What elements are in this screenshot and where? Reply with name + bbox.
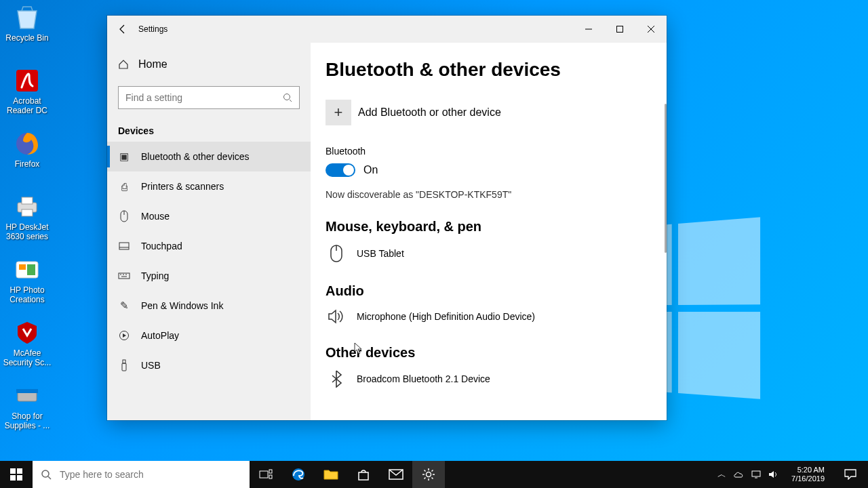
bluetooth-toggle[interactable] <box>326 163 355 177</box>
nav-label: Pen & Windows Ink <box>141 300 223 311</box>
scrollbar[interactable] <box>665 104 667 253</box>
desktop-icon-shop-supplies[interactable]: Shop for Supplies - ... <box>1 381 53 431</box>
keyboard-icon <box>118 272 130 279</box>
svg-rect-33 <box>17 475 22 481</box>
tray-network-icon[interactable] <box>751 470 762 479</box>
taskbar-file-explorer[interactable] <box>315 461 347 488</box>
desktop-icon-firefox[interactable]: Firefox <box>1 129 53 169</box>
svg-rect-31 <box>17 468 22 474</box>
svg-rect-32 <box>10 475 16 481</box>
taskbar-mail[interactable] <box>380 461 412 488</box>
desktop-icon-acrobat[interactable]: Acrobat Reader DC <box>1 66 53 116</box>
touchpad-icon <box>118 242 130 250</box>
bluetooth-label: Bluetooth <box>326 146 667 157</box>
svg-rect-9 <box>16 389 38 393</box>
desktop-icon-label: HP DeskJet 3630 series <box>1 223 53 242</box>
group-audio: Audio <box>326 283 667 299</box>
clock-time: 5:20 AM <box>791 466 825 474</box>
nav-autoplay[interactable]: AutoPlay <box>107 321 311 350</box>
bluetooth-state: On <box>363 164 378 176</box>
printer-icon: ⎙ <box>118 181 130 192</box>
printer-icon <box>12 192 42 222</box>
sidebar-section-title: Devices <box>107 116 311 142</box>
add-device-button[interactable]: + Add Bluetooth or other device <box>326 100 667 125</box>
window-title: Settings <box>138 24 167 34</box>
svg-rect-7 <box>27 264 35 275</box>
taskbar-search[interactable] <box>33 461 250 488</box>
nav-bluetooth[interactable]: ▣ Bluetooth & other devices <box>107 142 311 171</box>
settings-search[interactable] <box>118 86 300 109</box>
task-view-button[interactable] <box>250 461 282 488</box>
svg-rect-30 <box>10 468 16 474</box>
clock-date: 7/16/2019 <box>791 474 825 483</box>
svg-rect-8 <box>18 392 37 401</box>
svg-rect-6 <box>19 264 26 270</box>
search-icon <box>283 93 292 102</box>
desktop-icon-hp-deskjet[interactable]: HP DeskJet 3630 series <box>1 192 53 242</box>
nav-usb[interactable]: USB <box>107 350 311 380</box>
acrobat-icon <box>12 66 42 96</box>
mouse-icon <box>327 244 346 263</box>
device-usb-tablet[interactable]: USB Tablet <box>326 241 667 283</box>
maximize-button[interactable] <box>604 16 635 43</box>
device-broadcom-bt[interactable]: Broadcom Bluetooth 2.1 Device <box>326 367 667 392</box>
svg-rect-18 <box>119 243 129 249</box>
nav-label: Printers & scanners <box>141 181 224 192</box>
svg-rect-4 <box>22 209 33 216</box>
svg-rect-3 <box>22 197 33 204</box>
action-center-button[interactable] <box>837 469 864 480</box>
add-device-label: Add Bluetooth or other device <box>358 106 501 119</box>
discoverable-text: Now discoverable as "DESKTOP-KTKF59T" <box>326 189 511 200</box>
svg-rect-36 <box>260 471 268 478</box>
desktop-icon-hp-photo[interactable]: HP Photo Creations <box>1 255 53 305</box>
firefox-icon <box>12 129 42 159</box>
desktop-icon-label: Acrobat Reader DC <box>1 97 53 116</box>
minimize-button[interactable] <box>573 16 604 43</box>
tray-chevron-up-icon[interactable]: ︿ <box>717 468 726 481</box>
svg-point-14 <box>284 94 290 100</box>
nav-pen[interactable]: ✎ Pen & Windows Ink <box>107 291 311 321</box>
svg-rect-11 <box>617 26 623 33</box>
svg-rect-20 <box>119 273 130 279</box>
close-button[interactable] <box>635 16 667 43</box>
nav-label: Bluetooth & other devices <box>141 151 250 162</box>
device-microphone[interactable]: Microphone (High Definition Audio Device… <box>326 306 667 345</box>
settings-search-input[interactable] <box>125 92 276 103</box>
speaker-icon <box>327 308 346 325</box>
nav-label: Typing <box>141 270 169 281</box>
pen-icon: ✎ <box>118 300 130 312</box>
taskbar-settings[interactable] <box>412 461 445 488</box>
svg-rect-37 <box>269 470 272 473</box>
taskbar-clock[interactable]: 5:20 AM 7/16/2019 <box>786 466 830 483</box>
nav-label: USB <box>141 360 161 371</box>
nav-label: AutoPlay <box>141 330 179 341</box>
desktop-icon-mcafee[interactable]: McAfee Security Sc... <box>1 318 53 368</box>
group-mouse-kb-pen: Mouse, keyboard, & pen <box>326 219 667 235</box>
svg-rect-27 <box>122 363 126 371</box>
start-button[interactable] <box>0 461 33 488</box>
taskbar-search-input[interactable] <box>60 469 241 480</box>
nav-touchpad[interactable]: Touchpad <box>107 231 311 261</box>
desktop-icon-label: Shop for Supplies - ... <box>1 412 53 431</box>
nav-home[interactable]: Home <box>107 49 311 79</box>
device-label: Microphone (High Definition Audio Device… <box>357 311 535 322</box>
device-label: USB Tablet <box>357 248 404 259</box>
settings-sidebar: Home Devices ▣ Bluetooth & other devices… <box>107 43 311 420</box>
svg-rect-42 <box>752 471 760 476</box>
titlebar: Settings <box>107 16 667 43</box>
taskbar-store[interactable] <box>347 461 380 488</box>
settings-window: Settings Home Devices ▣ Bluetooth & othe… <box>107 16 667 420</box>
nav-printers[interactable]: ⎙ Printers & scanners <box>107 171 311 201</box>
desktop-icon-label: Recycle Bin <box>1 34 53 43</box>
back-button[interactable] <box>107 16 138 43</box>
nav-typing[interactable]: Typing <box>107 261 311 291</box>
taskbar-edge[interactable] <box>282 461 315 488</box>
svg-rect-26 <box>123 360 125 363</box>
tray-volume-icon[interactable] <box>768 470 779 479</box>
nav-label: Touchpad <box>141 241 182 251</box>
tray-onedrive-icon[interactable] <box>733 470 744 479</box>
desktop-icon-recycle-bin[interactable]: Recycle Bin <box>1 3 53 43</box>
svg-line-15 <box>290 100 292 102</box>
bluetooth-icon <box>327 370 346 388</box>
nav-mouse[interactable]: Mouse <box>107 201 311 231</box>
